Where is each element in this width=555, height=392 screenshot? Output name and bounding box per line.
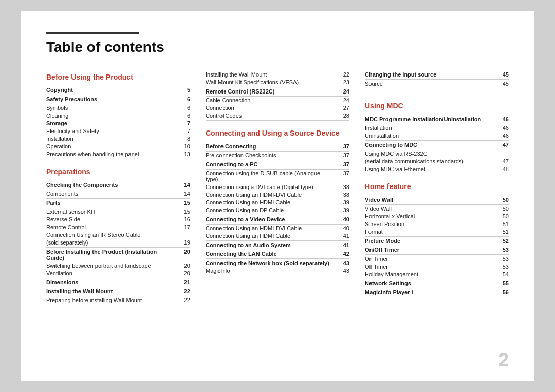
toc-page: 50	[493, 196, 509, 204]
toc-entry: Parts15	[46, 199, 190, 208]
title-bar	[46, 32, 139, 34]
toc-label: Connection Using an HDMI Cable	[206, 199, 334, 207]
toc-page: 10	[175, 143, 190, 151]
toc-label: Cleaning	[46, 112, 175, 120]
toc-page: 46	[493, 132, 509, 141]
toc-entry: Installation46	[365, 124, 509, 132]
toc-page	[493, 150, 509, 158]
toc-entry: Video Wall50	[365, 196, 509, 205]
toc-page: 5	[175, 86, 190, 95]
toc-entry: Storage7	[46, 120, 190, 127]
toc-label: Dimensions	[46, 278, 175, 287]
page-number: 2	[498, 349, 509, 371]
section-title: Home feature	[365, 182, 509, 191]
toc-page: 6	[175, 95, 190, 104]
section-title: Connecting and Using a Source Device	[206, 129, 349, 137]
toc-label: Connecting to an Audio System	[206, 241, 334, 250]
toc-page: 14	[175, 181, 190, 190]
toc-page: 13	[175, 151, 190, 159]
toc-entry: Using MDC via RS-232C	[365, 150, 509, 158]
page: Table of contents Before Using the Produ…	[21, 11, 534, 381]
toc-page: 16	[175, 216, 190, 223]
toc-label: Installing the Wall Mount	[46, 287, 175, 296]
toc-page: 38	[334, 191, 349, 199]
toc-page: 50	[493, 213, 509, 220]
toc-entry: Remote Control17	[46, 223, 190, 231]
toc-columns: Before Using the ProductCopyright5Safety…	[46, 71, 509, 304]
toc-page: 39	[334, 199, 349, 207]
toc-label: Using MDC via RS-232C	[365, 150, 493, 158]
toc-label: Connection Using an IR Stereo Cable	[46, 231, 175, 239]
spacer	[365, 94, 509, 100]
toc-label: Checking the Components	[46, 181, 175, 190]
toc-entry: Installing the Wall Mount22	[206, 71, 349, 79]
toc-label: Connection Using an HDMI Cable	[206, 232, 334, 241]
toc-entry: Before Connecting37	[206, 142, 349, 152]
toc-page: 46	[493, 115, 509, 124]
toc-entry: Remote Control (RS232C)24	[206, 87, 349, 97]
toc-label: Safety Precautions	[46, 95, 175, 104]
toc-page: 21	[175, 278, 190, 287]
toc-page: 37	[334, 170, 349, 183]
toc-page: 48	[493, 165, 509, 174]
toc-entry: Connecting the LAN Cable42	[206, 250, 349, 259]
toc-label: Parts	[46, 199, 175, 208]
toc-page: 53	[493, 255, 509, 263]
toc-label: Copyright	[46, 86, 175, 95]
toc-entry: MagicInfo Player I56	[365, 288, 509, 297]
toc-label: Pre-connection Checkpoints	[206, 152, 334, 160]
toc-label: Picture Mode	[365, 237, 493, 246]
toc-page: 53	[493, 263, 509, 270]
toc-label: Ventilation	[46, 269, 175, 278]
toc-entry: Screen Position51	[365, 220, 509, 228]
toc-page: 45	[493, 71, 509, 80]
toc-entry: Pre-connection Checkpoints37	[206, 152, 349, 161]
toc-entry: Uninstallation46	[365, 132, 509, 141]
toc-label: Installing the Wall Mount	[206, 71, 334, 79]
toc-label: Connection	[206, 104, 334, 112]
toc-label: Connection Using an HDMI-DVI Cable	[206, 191, 334, 199]
toc-entry: Wall Mount Kit Specifications (VESA)23	[206, 79, 349, 88]
toc-label: Remote Control (RS232C)	[206, 87, 334, 96]
toc-label: Using MDC via Ethernet	[365, 165, 493, 174]
toc-entry: Connection Using an HDMI Cable41	[206, 232, 349, 241]
section-title: Before Using the Product	[46, 73, 190, 81]
toc-entry: Ventilation20	[46, 269, 190, 278]
toc-entry: Copyright5	[46, 86, 190, 96]
toc-label: Symbols	[46, 104, 175, 112]
toc-label: Connecting to MDC	[365, 141, 493, 150]
toc-page: 56	[493, 288, 509, 297]
toc-label: Cable Connection	[206, 97, 334, 104]
toc-page: 47	[493, 158, 509, 165]
toc-label: On Timer	[365, 255, 493, 263]
toc-label: External sensor KIT	[46, 208, 175, 216]
toc-page: 41	[334, 232, 349, 241]
toc-entry: Before Installing the Product (Installat…	[46, 248, 190, 262]
toc-label: Wall Mount Kit Specifications (VESA)	[206, 79, 334, 87]
toc-label: Connection Using an HDMI-DVI Cable	[206, 225, 334, 232]
toc-page: 6	[175, 104, 190, 112]
toc-entry: Connecting to a Video Device40	[206, 215, 349, 225]
toc-label: Horizontal x Vertical	[365, 213, 493, 220]
toc-entry: Installing the Wall Mount22	[46, 287, 190, 296]
toc-entry: Precautions when handling the panel13	[46, 151, 190, 160]
toc-entry: Using MDC via Ethernet48	[365, 165, 509, 175]
toc-entry: Connection27	[206, 104, 349, 112]
toc-label: MagicInfo Player I	[365, 288, 493, 297]
toc-page: 27	[334, 104, 349, 112]
toc-page: 20	[175, 269, 190, 278]
toc-page: 20	[175, 248, 190, 262]
toc-entry: Horizontal x Vertical50	[365, 213, 509, 220]
spacer	[46, 159, 190, 165]
toc-entry: Picture Mode52	[365, 237, 509, 246]
toc-page: 7	[175, 120, 190, 127]
toc-entry: Connecting to a PC37	[206, 160, 349, 170]
toc-entry: On/Off Timer53	[365, 246, 509, 255]
toc-entry: Format51	[365, 228, 509, 237]
toc-label: Connecting to a Video Device	[206, 215, 334, 224]
page-title: Table of contents	[46, 39, 509, 55]
toc-entry: Checking the Components14	[46, 181, 190, 190]
toc-page: 24	[334, 97, 349, 104]
column-2: Installing the Wall Mount22Wall Mount Ki…	[206, 71, 365, 304]
column-3: Changing the Input source45Source45Using…	[365, 71, 509, 304]
